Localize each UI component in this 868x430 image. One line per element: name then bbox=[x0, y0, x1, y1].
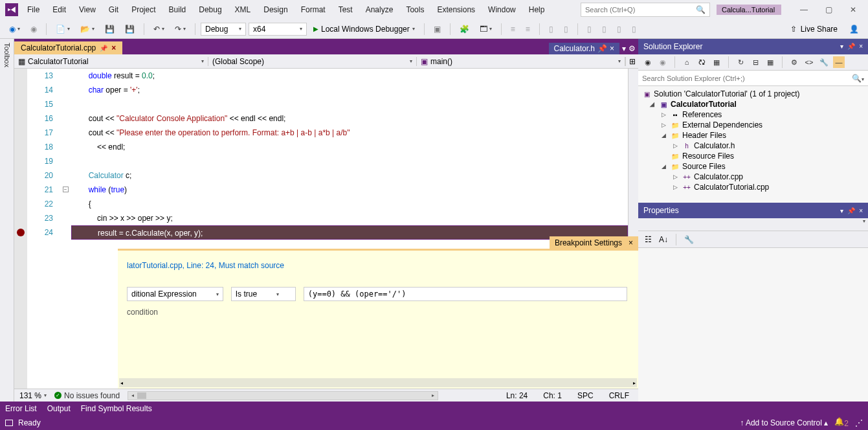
menu-git[interactable]: Git bbox=[102, 3, 125, 17]
gear-icon[interactable]: ⚙ bbox=[629, 44, 636, 53]
nav-split-button[interactable]: ⊞ bbox=[625, 57, 638, 66]
preview-icon[interactable]: <> bbox=[803, 56, 815, 68]
tool-icon-4[interactable]: ≡ bbox=[522, 23, 534, 36]
menu-file[interactable]: File bbox=[21, 3, 46, 17]
source-files-node[interactable]: ◢📁Source Files bbox=[638, 161, 868, 172]
solution-node[interactable]: ▣Solution 'CalculatorTutorial' (1 of 1 p… bbox=[638, 89, 868, 99]
quick-search[interactable]: 🔍 bbox=[581, 3, 710, 17]
tool-icon-6[interactable]: ▯ bbox=[560, 23, 572, 36]
nav-class-dropdown[interactable]: ▦ CalculatorTutorial▾ bbox=[14, 57, 208, 66]
menu-analyze[interactable]: Analyze bbox=[359, 3, 400, 17]
wrench-icon[interactable]: 🔧 bbox=[818, 56, 830, 68]
home-icon[interactable]: ⌂ bbox=[681, 56, 693, 68]
issues-indicator[interactable]: ✓No issues found bbox=[54, 391, 120, 400]
properties-icon[interactable]: ⚙ bbox=[788, 56, 800, 68]
indent-mode[interactable]: SPC bbox=[573, 391, 597, 400]
tool-icon-2[interactable]: 🗔▾ bbox=[476, 23, 496, 36]
minimize-button[interactable]: — bbox=[794, 3, 814, 17]
header-file-item[interactable]: ▷hCalculator.h bbox=[638, 141, 868, 151]
pin-icon[interactable]: 📌 bbox=[100, 45, 107, 52]
menu-design[interactable]: Design bbox=[257, 3, 294, 17]
tool-icon-7[interactable]: ▯ bbox=[583, 23, 595, 36]
nav-scope-dropdown[interactable]: (Global Scope)▾ bbox=[208, 57, 417, 66]
zoom-dropdown[interactable]: 131 %▾ bbox=[19, 391, 47, 400]
condition-eval-dropdown[interactable]: Is true▾ bbox=[231, 287, 296, 301]
pin-icon[interactable]: 📌 bbox=[597, 44, 607, 53]
window-mode-icon[interactable]: ▾ bbox=[840, 43, 843, 50]
sync-icon[interactable]: 🗘 bbox=[696, 56, 707, 68]
toolbox-side-tab[interactable]: Toolbox bbox=[0, 39, 14, 402]
header-files-node[interactable]: ◢📁Header Files bbox=[638, 130, 868, 141]
resource-files-node[interactable]: ▷📁Resource Files bbox=[638, 151, 868, 161]
close-pane-icon[interactable]: × bbox=[859, 207, 863, 214]
view-icon[interactable]: ▦ bbox=[711, 56, 722, 68]
props-dropdown-icon[interactable]: ▾ bbox=[863, 218, 865, 231]
document-selector[interactable]: Calculator.h 📌 × bbox=[549, 43, 619, 54]
menu-edit[interactable]: Edit bbox=[46, 3, 72, 17]
forward-button[interactable]: ◉ bbox=[27, 23, 41, 36]
line-ending-mode[interactable]: CRLF bbox=[605, 391, 633, 400]
menu-format[interactable]: Format bbox=[295, 3, 332, 17]
open-file-button[interactable]: 📂▾ bbox=[76, 23, 98, 36]
references-node[interactable]: ▷▪▪References bbox=[638, 109, 868, 120]
external-deps-node[interactable]: ▷📁External Dependencies bbox=[638, 120, 868, 130]
properties-grid[interactable] bbox=[638, 248, 868, 402]
live-share-button[interactable]: ⇧Live Share bbox=[785, 23, 843, 36]
menu-debug[interactable]: Debug bbox=[192, 3, 228, 17]
start-debugger-button[interactable]: ▶Local Windows Debugger▾ bbox=[309, 23, 419, 36]
close-doc-icon[interactable]: × bbox=[610, 44, 614, 53]
config-dropdown[interactable]: Debug▾ bbox=[201, 23, 246, 36]
breakpoint-margin[interactable] bbox=[14, 69, 27, 389]
tool-icon-3[interactable]: ≡ bbox=[507, 23, 519, 36]
close-tab-icon[interactable]: × bbox=[111, 43, 116, 52]
solution-search[interactable]: 🔍▾ bbox=[638, 71, 868, 86]
back-icon[interactable]: ◉ bbox=[642, 56, 654, 68]
menu-view[interactable]: View bbox=[72, 3, 102, 17]
save-button[interactable]: 💾 bbox=[101, 23, 118, 36]
tool-icon-8[interactable]: ▯ bbox=[598, 23, 610, 36]
bottom-tab-find-symbol-results[interactable]: Find Symbol Results bbox=[81, 404, 152, 413]
step-button[interactable]: ▣ bbox=[430, 23, 445, 36]
solution-search-input[interactable] bbox=[642, 74, 852, 82]
pin-icon[interactable]: 📌 bbox=[847, 207, 855, 214]
menu-xml[interactable]: XML bbox=[228, 3, 258, 17]
pin-icon[interactable]: 📌 bbox=[847, 43, 855, 50]
collapse-icon[interactable]: ⊟ bbox=[750, 56, 761, 68]
maximize-button[interactable]: ▢ bbox=[819, 3, 838, 17]
categorize-icon[interactable]: ☷ bbox=[642, 234, 654, 245]
show-all-icon[interactable]: ▦ bbox=[764, 56, 776, 68]
menu-build[interactable]: Build bbox=[162, 3, 193, 17]
menu-window[interactable]: Window bbox=[482, 3, 522, 17]
breakpoint-dot[interactable] bbox=[17, 229, 25, 236]
nav-member-dropdown[interactable]: ▣ main()▾ bbox=[417, 57, 625, 66]
tool-icon-9[interactable]: ▯ bbox=[613, 23, 625, 36]
project-node[interactable]: ◢▣CalculatorTutorial bbox=[638, 99, 868, 109]
menu-test[interactable]: Test bbox=[332, 3, 359, 17]
close-window-button[interactable]: ✕ bbox=[843, 3, 863, 17]
props-wrench-icon[interactable]: 🔧 bbox=[683, 234, 695, 245]
refresh-icon[interactable]: ↻ bbox=[735, 56, 746, 68]
quick-search-input[interactable] bbox=[585, 6, 696, 14]
editor-tab-active[interactable]: CalculatorTutorial.cpp 📌 × bbox=[14, 41, 122, 54]
bottom-tab-output[interactable]: Output bbox=[47, 404, 71, 413]
condition-expression-input[interactable] bbox=[304, 287, 627, 301]
tool-icon-10[interactable]: ▯ bbox=[628, 23, 640, 36]
fold-margin[interactable]: − bbox=[60, 69, 71, 389]
save-all-button[interactable]: 💾 bbox=[121, 23, 139, 36]
notifications-button[interactable]: 🔔2 bbox=[834, 417, 849, 428]
account-icon[interactable]: 👤 bbox=[845, 23, 863, 36]
solution-tree[interactable]: ▣Solution 'CalculatorTutorial' (1 of 1 p… bbox=[638, 86, 868, 203]
close-pane-icon[interactable]: × bbox=[859, 43, 863, 50]
window-dropdown-icon[interactable]: ▾ bbox=[622, 44, 626, 53]
horizontal-scrollbar[interactable]: ◂▸ bbox=[128, 391, 438, 400]
window-mode-icon[interactable]: ▾ bbox=[840, 207, 843, 214]
tool-icon-5[interactable]: ▯ bbox=[545, 23, 557, 36]
undo-button[interactable]: ↶▾ bbox=[150, 23, 168, 36]
menu-tools[interactable]: Tools bbox=[399, 3, 430, 17]
back-button[interactable]: ◉▾ bbox=[5, 23, 24, 36]
panel-scrollbar[interactable]: ◂▸ bbox=[119, 378, 637, 387]
redo-button[interactable]: ↷▾ bbox=[171, 23, 190, 36]
platform-dropdown[interactable]: x64▾ bbox=[249, 23, 307, 36]
tool-icon-1[interactable]: 🧩 bbox=[456, 23, 473, 36]
fwd-icon[interactable]: ◉ bbox=[657, 56, 669, 68]
